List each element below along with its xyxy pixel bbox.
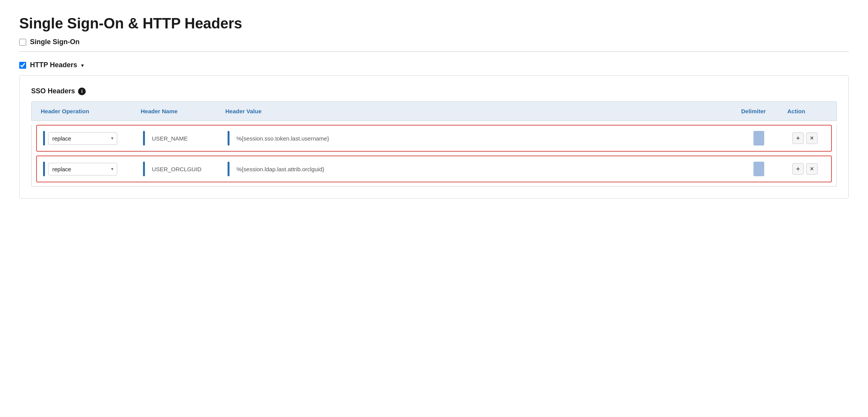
row1-name-cell (140, 129, 224, 147)
row1-select-wrapper: replace insert remove ▾ (48, 132, 117, 145)
row1-name-blue-bar (143, 131, 145, 146)
row2-operation-select[interactable]: replace insert remove (48, 163, 117, 175)
page-title: Single Sign-On & HTTP Headers (19, 15, 849, 32)
row1-delimiter-cell (736, 129, 782, 147)
row1-header-name-input[interactable] (148, 132, 221, 144)
table-row: replace insert remove ▾ (36, 156, 832, 182)
sso-checkbox[interactable] (19, 39, 26, 46)
row2-value-blue-bar (228, 162, 229, 176)
chevron-down-icon[interactable]: ▾ (81, 62, 84, 68)
row1-header-value-input[interactable] (233, 132, 733, 144)
row1-blue-bar (43, 131, 45, 146)
row2-blue-bar (43, 162, 45, 176)
row2-action-cell: + × (782, 162, 828, 176)
http-headers-section: HTTP Headers ▾ (19, 61, 849, 69)
table-row: replace insert remove ▾ (36, 125, 832, 152)
sso-section: Single Sign-On (19, 38, 849, 46)
row2-delimiter-cell (736, 160, 782, 178)
row1-action-cell: + × (782, 131, 828, 146)
headers-panel: SSO Headers i Header Operation Header Na… (19, 75, 849, 199)
info-icon[interactable]: i (78, 88, 86, 95)
row2-add-button[interactable]: + (792, 163, 804, 175)
row1-value-blue-bar (228, 131, 229, 146)
row2-select-wrapper: replace insert remove ▾ (48, 163, 117, 175)
row1-operation-select[interactable]: replace insert remove (48, 132, 117, 145)
row2-operation-cell: replace insert remove ▾ (40, 160, 140, 178)
row2-header-name-input[interactable] (148, 163, 221, 175)
http-headers-label: HTTP Headers (30, 61, 77, 69)
col-header-operation: Header Operation (38, 106, 138, 116)
col-header-action: Action (784, 106, 830, 116)
row2-remove-button[interactable]: × (806, 163, 818, 175)
sso-headers-title: SSO Headers i (31, 87, 837, 95)
row2-name-blue-bar (143, 162, 145, 176)
sso-label: Single Sign-On (30, 38, 80, 46)
row1-add-button[interactable]: + (792, 132, 804, 144)
row2-header-value-input[interactable] (233, 163, 733, 175)
row1-remove-button[interactable]: × (806, 132, 818, 144)
table-body: replace insert remove ▾ (31, 125, 837, 187)
row1-delimiter-bar (753, 131, 764, 146)
http-headers-checkbox[interactable] (19, 62, 26, 69)
row2-delimiter-bar (753, 162, 764, 176)
sso-headers-table: Header Operation Header Name Header Valu… (31, 101, 837, 187)
col-header-value: Header Value (222, 106, 738, 116)
sso-headers-label: SSO Headers (31, 87, 75, 95)
col-header-name: Header Name (138, 106, 222, 116)
col-header-delimiter: Delimiter (738, 106, 784, 116)
row2-value-cell (224, 160, 736, 178)
section-divider (19, 51, 849, 52)
row1-value-cell (224, 129, 736, 147)
table-header: Header Operation Header Name Header Valu… (31, 101, 837, 121)
row2-name-cell (140, 160, 224, 178)
row1-operation-cell: replace insert remove ▾ (40, 129, 140, 147)
